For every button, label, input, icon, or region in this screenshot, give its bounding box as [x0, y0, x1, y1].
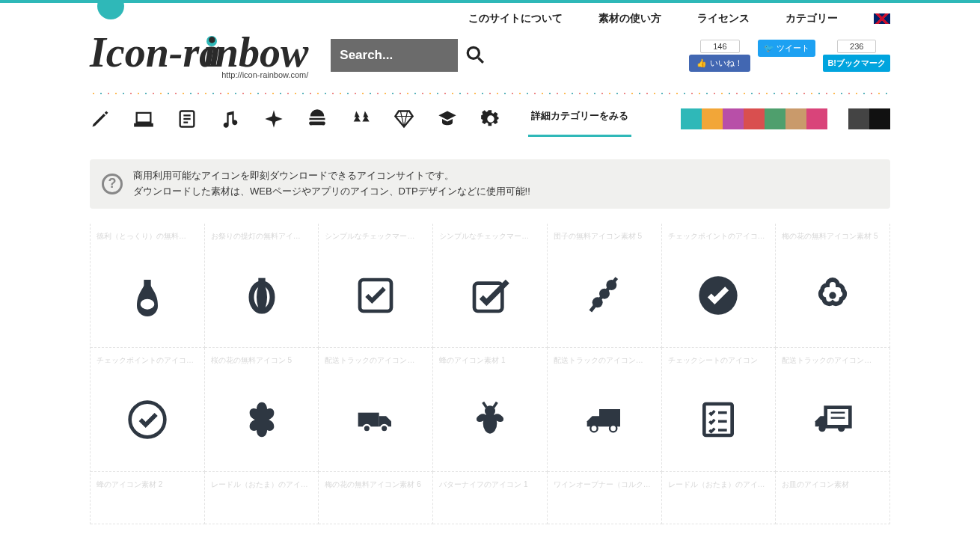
graduation-icon[interactable] [437, 108, 458, 129]
category-icons [90, 108, 501, 129]
search-button[interactable] [465, 45, 485, 67]
icon-cell[interactable]: お皿のアイコン素材 [776, 472, 890, 524]
laptop-icon[interactable] [133, 108, 154, 129]
icon-cell[interactable]: バターナイフのアイコン 1 [433, 472, 548, 524]
bee-icon [469, 399, 511, 441]
palette-swatch[interactable] [681, 108, 702, 129]
icon-cell-title: 蜂のアイコン素材 1 [433, 348, 547, 369]
icon-cell[interactable]: ワインオープナー（コルク… [548, 472, 662, 524]
info-line2: ダウンロードした素材は、WEBページやアプリのアイコン、DTPデザインなどに使用… [133, 184, 530, 200]
search-input[interactable] [331, 39, 458, 72]
icon-cell[interactable]: レードル（おたま）のアイ… [205, 472, 319, 524]
icon-cell[interactable]: お祭りの提灯の無料アイ… [205, 224, 319, 348]
checkbox2-icon [469, 275, 511, 316]
nav-category[interactable]: カテゴリー [785, 12, 838, 25]
icon-cell[interactable]: 徳利（とっくり）の無料… [91, 224, 205, 348]
logo[interactable]: Icon-rainbow http://icon-rainbow.com/ [90, 31, 308, 79]
sakura-icon [241, 399, 283, 441]
burger-icon[interactable] [307, 108, 328, 129]
icon-cell[interactable]: チェックポイントのアイコ… [91, 348, 205, 472]
icon-cell-title: バターナイフのアイコン 1 [433, 472, 547, 493]
palette-swatch[interactable] [765, 108, 785, 129]
music-icon[interactable] [220, 108, 241, 129]
icon-cell-title: お皿のアイコン素材 [776, 472, 889, 493]
icon-cell[interactable]: 桜の花の無料アイコン 5 [205, 348, 319, 472]
lantern-icon [241, 275, 283, 316]
icon-grid: 徳利（とっくり）の無料…お祭りの提灯の無料アイ…シンプルなチェックマー…シンプル… [90, 224, 890, 524]
color-palette [681, 108, 890, 129]
icon-cell[interactable]: 団子の無料アイコン素材 5 [548, 224, 662, 348]
gear-icon[interactable] [480, 108, 501, 129]
icon-cell-title: 徳利（とっくり）の無料… [91, 224, 204, 245]
twitter-share[interactable]: 🐦 ツイート [758, 40, 815, 72]
checkcircle2-icon [126, 399, 168, 441]
truck2-icon [584, 399, 625, 441]
icon-cell-title: ワインオープナー（コルク… [548, 472, 661, 493]
icon-cell-title: シンプルなチェックマー… [433, 224, 547, 245]
icon-cell[interactable]: 梅の花の無料アイコン素材 5 [776, 224, 890, 348]
icon-cell-title: 梅の花の無料アイコン素材 6 [319, 472, 432, 493]
icon-cell-title: チェックポイントのアイコ… [662, 224, 776, 245]
diamond-icon[interactable] [393, 108, 414, 129]
icon-cell-title: 蜂のアイコン素材 2 [91, 472, 204, 493]
icon-cell-title: チェックシートのアイコン [662, 348, 776, 369]
question-icon: ? [102, 174, 123, 194]
icon-cell-title: 桜の花の無料アイコン 5 [205, 348, 319, 369]
palette-swatch[interactable] [702, 108, 723, 129]
icon-cell-title: 団子の無料アイコン素材 5 [548, 224, 661, 245]
icon-cell-title: 配送トラックのアイコン… [319, 348, 432, 369]
icon-cell[interactable]: 蜂のアイコン素材 2 [91, 472, 205, 524]
icon-cell-title: お祭りの提灯の無料アイ… [205, 224, 319, 245]
icon-cell[interactable]: チェックシートのアイコン [662, 348, 777, 472]
truck-icon [355, 399, 396, 441]
nav-license[interactable]: ライセンス [697, 12, 750, 25]
icon-cell[interactable]: 蜂のアイコン素材 1 [433, 348, 548, 472]
svg-point-0 [468, 47, 480, 58]
facebook-like[interactable]: 146 👍いいね！ [689, 40, 750, 72]
palette-swatch[interactable] [827, 108, 848, 129]
icon-cell-title: 配送トラックのアイコン… [776, 348, 889, 369]
document-icon[interactable] [177, 108, 197, 129]
trees-icon[interactable] [350, 108, 371, 129]
checkbox-icon [355, 275, 396, 316]
dango-icon [584, 275, 625, 316]
icon-cell[interactable]: 配送トラックのアイコン… [776, 348, 890, 472]
palette-swatch[interactable] [723, 108, 744, 129]
icon-cell[interactable]: チェックポイントのアイコ… [662, 224, 777, 348]
search-icon [465, 45, 485, 64]
palette-swatch[interactable] [869, 108, 890, 129]
hatena-bookmark[interactable]: 236 B!ブックマーク [823, 40, 890, 72]
svg-line-1 [479, 58, 484, 63]
palette-swatch[interactable] [744, 108, 765, 129]
checkcircle-icon [697, 275, 739, 316]
hb-count: 236 [837, 40, 876, 53]
icon-cell-title: 梅の花の無料アイコン素材 5 [776, 224, 889, 245]
divider-dots [90, 93, 890, 94]
icon-cell[interactable]: 配送トラックのアイコン… [548, 348, 662, 472]
icon-cell[interactable]: 梅の花の無料アイコン素材 6 [319, 472, 433, 524]
icon-cell-title: チェックポイントのアイコ… [91, 348, 204, 369]
icon-cell[interactable]: シンプルなチェックマー… [319, 224, 433, 348]
nav-about[interactable]: このサイトについて [468, 12, 563, 25]
icon-cell-title: レードル（おたま）のアイ… [662, 472, 776, 493]
palette-swatch[interactable] [848, 108, 869, 129]
icon-cell-title: 配送トラックのアイコン… [548, 348, 661, 369]
icon-cell[interactable]: シンプルなチェックマー… [433, 224, 548, 348]
icon-cell[interactable]: 配送トラックのアイコン… [319, 348, 433, 472]
airplane-icon[interactable] [263, 108, 284, 129]
icon-cell[interactable]: レードル（おたま）のアイ… [662, 472, 777, 524]
fb-count: 146 [700, 40, 739, 53]
truck3-icon [812, 399, 854, 441]
plum-icon [812, 275, 854, 316]
pencil-icon[interactable] [90, 108, 111, 129]
tokkuri-icon [126, 275, 168, 316]
icon-cell-title: シンプルなチェックマー… [319, 224, 432, 245]
nav-usage[interactable]: 素材の使い方 [598, 12, 661, 25]
icon-cell-title: レードル（おたま）のアイ… [205, 472, 319, 493]
palette-swatch[interactable] [785, 108, 806, 129]
palette-swatch[interactable] [806, 108, 827, 129]
info-banner: ? 商用利用可能なアイコンを即刻ダウンロードできるアイコンサイトです。 ダウンロ… [90, 159, 890, 209]
top-accent-bar [0, 0, 980, 3]
category-detail-link[interactable]: 詳細カテゴリーをみる [528, 100, 631, 137]
uk-flag-icon[interactable] [874, 13, 890, 24]
